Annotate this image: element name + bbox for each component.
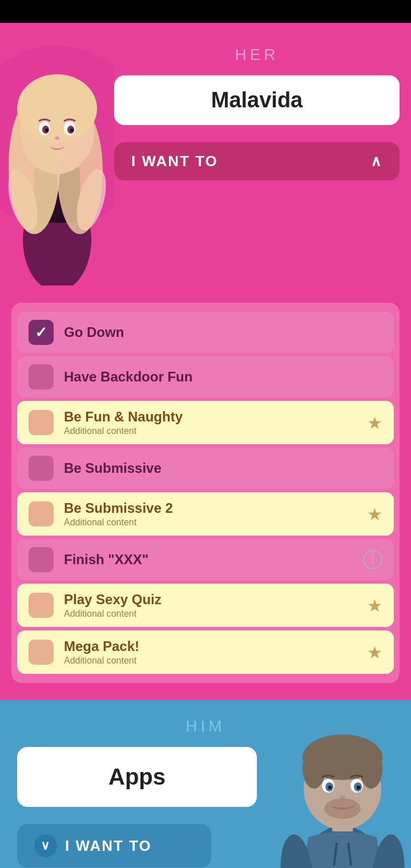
her-header: HER Malavida I WANT TO ∧ bbox=[0, 23, 411, 297]
checklist-item-mega-pack[interactable]: Mega Pack!Additional content★ bbox=[17, 630, 394, 674]
item-title-have-backdoor-fun: Have Backdoor Fun bbox=[64, 369, 382, 385]
item-title-mega-pack: Mega Pack! bbox=[64, 638, 361, 654]
him-section: HIM Apps ↑ bbox=[0, 700, 411, 868]
item-subtitle-play-sexy-quiz: Additional content bbox=[64, 609, 361, 619]
him-avatar-svg bbox=[280, 712, 405, 868]
item-title-be-submissive-2: Be Submissive 2 bbox=[64, 500, 361, 516]
star-icon-be-submissive-2: ★ bbox=[367, 504, 382, 524]
him-header: HIM Apps ↑ bbox=[17, 717, 394, 807]
her-name-box[interactable]: Malavida bbox=[114, 75, 400, 125]
her-right-panel: HER Malavida I WANT TO ∧ bbox=[114, 34, 411, 180]
svg-point-15 bbox=[70, 128, 74, 132]
item-subtitle-be-fun-naughty: Additional content bbox=[64, 426, 361, 436]
checkbox-finish-xxx bbox=[29, 547, 54, 572]
checklist-item-be-fun-naughty[interactable]: Be Fun & NaughtyAdditional content★ bbox=[17, 401, 394, 444]
item-text-go-down: Go Down bbox=[64, 324, 382, 340]
item-text-finish-xxx: Finish "XXX" bbox=[64, 552, 357, 568]
svg-point-32 bbox=[357, 786, 361, 790]
svg-point-25 bbox=[303, 749, 325, 789]
her-i-want-to-button[interactable]: I WANT TO ∧ bbox=[114, 142, 400, 180]
svg-point-34 bbox=[324, 798, 361, 819]
checkbox-be-submissive bbox=[29, 456, 54, 481]
svg-point-31 bbox=[328, 786, 332, 790]
item-text-be-submissive-2: Be Submissive 2Additional content bbox=[64, 500, 361, 528]
item-title-play-sexy-quiz: Play Sexy Quiz bbox=[64, 592, 361, 608]
him-apps-box[interactable]: Apps bbox=[17, 747, 257, 807]
item-title-be-fun-naughty: Be Fun & Naughty bbox=[64, 409, 361, 425]
svg-point-14 bbox=[45, 128, 49, 132]
checkbox-be-submissive-2 bbox=[29, 501, 54, 527]
her-i-want-to-label: I WANT TO bbox=[131, 152, 218, 170]
item-text-be-submissive: Be Submissive bbox=[64, 460, 382, 476]
star-icon-mega-pack: ★ bbox=[367, 642, 382, 662]
him-apps-label: Apps bbox=[108, 764, 166, 789]
item-subtitle-mega-pack: Additional content bbox=[64, 656, 361, 666]
item-text-mega-pack: Mega Pack!Additional content bbox=[64, 638, 361, 666]
item-text-play-sexy-quiz: Play Sexy QuizAdditional content bbox=[64, 592, 361, 619]
her-name: Malavida bbox=[211, 88, 303, 112]
checkbox-mega-pack bbox=[29, 640, 54, 665]
him-i-want-to-button[interactable]: ∨ I WANT TO bbox=[17, 824, 211, 867]
checkbox-be-fun-naughty bbox=[29, 410, 54, 435]
checklist-item-be-submissive[interactable]: Be Submissive bbox=[17, 448, 394, 489]
her-chevron-up-icon: ∧ bbox=[370, 152, 382, 170]
info-icon-finish-xxx[interactable]: i bbox=[363, 550, 382, 569]
checklist-item-be-submissive-2[interactable]: Be Submissive 2Additional content★ bbox=[17, 492, 394, 536]
him-chevron-circle: ∨ bbox=[34, 834, 57, 857]
her-avatar-svg bbox=[0, 34, 114, 286]
star-icon-be-fun-naughty: ★ bbox=[367, 413, 382, 433]
her-avatar-container bbox=[0, 34, 114, 286]
item-title-be-submissive: Be Submissive bbox=[64, 460, 382, 476]
item-title-go-down: Go Down bbox=[64, 324, 382, 340]
checklist-item-have-backdoor-fun[interactable]: Have Backdoor Fun bbox=[17, 356, 394, 397]
him-chevron-down-icon: ∨ bbox=[41, 839, 51, 852]
item-subtitle-be-submissive-2: Additional content bbox=[64, 517, 361, 528]
checkbox-go-down: ✓ bbox=[29, 320, 54, 345]
status-bar bbox=[0, 0, 411, 23]
checklist-item-play-sexy-quiz[interactable]: Play Sexy QuizAdditional content★ bbox=[17, 584, 394, 627]
svg-point-9 bbox=[17, 74, 97, 143]
item-title-finish-xxx: Finish "XXX" bbox=[64, 552, 357, 568]
star-icon-play-sexy-quiz: ★ bbox=[367, 596, 382, 616]
item-text-have-backdoor-fun: Have Backdoor Fun bbox=[64, 369, 382, 385]
her-section: HER Malavida I WANT TO ∧ ✓Go DownHave Ba… bbox=[0, 23, 411, 700]
checkbox-have-backdoor-fun bbox=[29, 364, 54, 389]
her-title: HER bbox=[235, 46, 279, 64]
checklist-item-go-down[interactable]: ✓Go Down bbox=[17, 312, 394, 353]
checkbox-play-sexy-quiz bbox=[29, 593, 54, 618]
item-text-be-fun-naughty: Be Fun & NaughtyAdditional content bbox=[64, 409, 361, 436]
her-checklist: ✓Go DownHave Backdoor FunBe Fun & Naught… bbox=[11, 303, 400, 683]
checkmark-icon: ✓ bbox=[35, 324, 47, 341]
svg-point-26 bbox=[360, 749, 382, 789]
svg-point-16 bbox=[55, 136, 59, 140]
him-avatar-container bbox=[280, 712, 405, 868]
him-i-want-to-label: I WANT TO bbox=[65, 837, 152, 855]
checklist-item-finish-xxx[interactable]: Finish "XXX"i bbox=[17, 539, 394, 580]
